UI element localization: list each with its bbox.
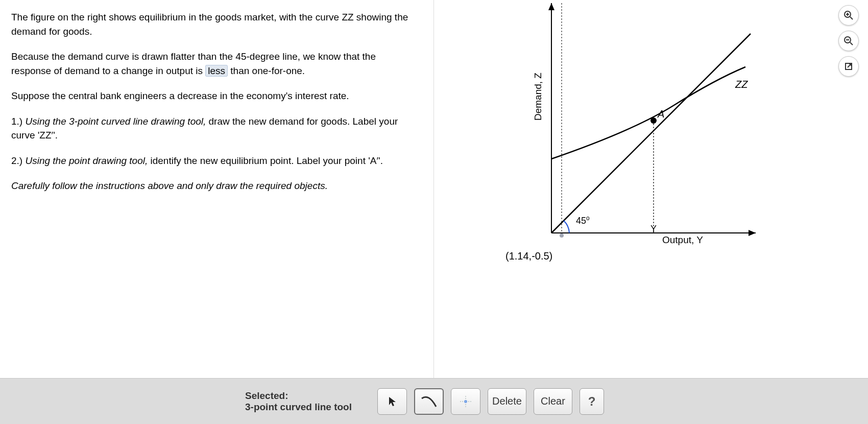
drawing-toolbar: Selected: 3-point curved line tool Delet… [0, 378, 868, 424]
point-tool-button[interactable] [451, 388, 480, 415]
fullscreen-button[interactable] [838, 56, 859, 77]
zoom-in-icon [843, 10, 854, 20]
x-axis-label: Output, Y [662, 234, 703, 245]
point-a-label: A [657, 108, 664, 120]
svg-line-5 [551, 34, 751, 233]
zz-label: ZZ [735, 79, 748, 90]
question-text: The figure on the right shows equilibriu… [0, 0, 434, 378]
curve-tool-button[interactable] [414, 388, 444, 415]
y-axis-label: Demand, Z [533, 73, 543, 121]
para-2: Because the demand curve is drawn flatte… [11, 50, 418, 78]
svg-line-16 [850, 42, 853, 45]
cursor-coordinates: (1.14,-0.5) [505, 250, 552, 262]
answer-dropdown[interactable]: less [205, 65, 228, 77]
zoom-out-icon [843, 36, 854, 46]
svg-marker-2 [548, 3, 554, 10]
angle-label: 45o [576, 215, 590, 226]
chart-area[interactable]: A ZZ 45o Y Output, Y Demand, Z [531, 3, 771, 269]
svg-point-8 [560, 233, 564, 238]
clear-button[interactable]: Clear [534, 388, 572, 415]
zoom-in-button[interactable] [838, 5, 859, 26]
para-3: Suppose the central bank engineers a dec… [11, 89, 418, 103]
svg-line-12 [850, 17, 853, 19]
svg-point-20 [464, 400, 467, 403]
pointer-tool-button[interactable] [377, 388, 407, 415]
question-1: 1.) Using the 3-point curved line drawin… [11, 114, 418, 143]
point-icon [459, 395, 472, 408]
cursor-icon [388, 396, 397, 407]
fullscreen-icon [844, 62, 853, 71]
graph-panel[interactable]: A ZZ 45o Y Output, Y Demand, Z (1.14,-0.… [434, 0, 868, 378]
delete-button[interactable]: Delete [488, 388, 526, 415]
para-1: The figure on the right shows equilibriu… [11, 10, 418, 38]
question-2: 2.) Using the point drawing tool, identi… [11, 154, 418, 168]
zoom-tools [838, 5, 859, 77]
zoom-out-button[interactable] [838, 31, 859, 51]
y-tick-label: Y [650, 224, 657, 234]
help-button[interactable]: ? [580, 388, 604, 415]
curve-icon [420, 394, 438, 409]
selected-tool-indicator: Selected: 3-point curved line tool [245, 390, 352, 413]
instruction-note: Carefully follow the instructions above … [11, 179, 418, 193]
